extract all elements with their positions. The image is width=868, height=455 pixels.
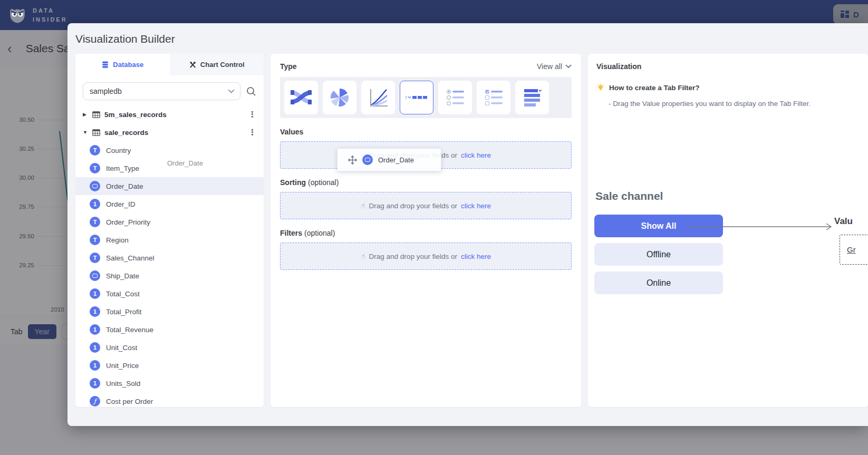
pie-chart-icon (329, 87, 350, 108)
text-type-icon: T (90, 235, 100, 245)
offline-button[interactable]: Offline (594, 243, 723, 266)
database-panel: Database Chart Control sampledb (75, 54, 264, 407)
tree-node-sale-records[interactable]: ▼ sale_records ⋮ (75, 123, 264, 141)
number-type-icon: 1 (90, 378, 100, 389)
click-here-link[interactable]: click here (461, 253, 491, 260)
chart-type-checkbox-list[interactable] (477, 81, 510, 114)
field-total-revenue[interactable]: 1 Total_Revenue (75, 321, 264, 338)
field-country[interactable]: T Country (75, 141, 264, 159)
field-tree: ▶ 5m_sales_records ⋮ ▼ (75, 105, 264, 407)
annotation-heading: Valu (834, 216, 853, 227)
dragging-field-chip[interactable]: Order_Date (337, 148, 441, 171)
checkbox-list-icon (484, 88, 504, 108)
field-label: Region (106, 236, 129, 244)
annotation-link[interactable]: Gr (847, 245, 856, 254)
field-label: Total_Cost (106, 290, 140, 298)
kebab-menu-icon[interactable]: ⋮ (248, 110, 256, 119)
field-unit-cost[interactable]: 1 Unit_Cost (75, 338, 264, 356)
view-all-button[interactable]: View all (537, 62, 572, 71)
field-total-profit[interactable]: 1 Total_Profit (75, 303, 264, 321)
number-type-icon: 1 (90, 199, 100, 209)
drag-chip-label: Order_Date (378, 156, 414, 164)
dropzone-text: Drag and drop your fields or (369, 253, 457, 260)
kebab-menu-icon[interactable]: ⋮ (248, 128, 256, 137)
line-chart-icon (368, 87, 389, 108)
field-label: Unit_Price (106, 362, 139, 370)
field-label: Cost per Order (106, 398, 153, 405)
chart-type-tab-filter[interactable]: T (400, 81, 433, 114)
dashboard-button-label: D (853, 10, 859, 19)
field-order-id[interactable]: 1 Order_ID (75, 195, 264, 213)
field-order-priority[interactable]: T Order_Priority (75, 213, 264, 231)
drag-ghost-label: Order_Date (167, 159, 203, 167)
click-here-link[interactable]: click here (461, 151, 491, 159)
field-cost-per-order[interactable]: ƒ Cost per Order (75, 392, 264, 407)
chart-type-pie[interactable] (323, 81, 356, 114)
values-section-label: Values (280, 128, 572, 136)
drag-hand-icon: ☝ (361, 201, 365, 210)
filters-section-label: Filters(optional) (280, 229, 572, 237)
field-label: Ship_Date (106, 272, 139, 280)
drag-hand-icon: ☝ (361, 252, 365, 260)
field-label: Order_Date (106, 182, 143, 190)
sorting-dropzone[interactable]: ☝ Drag and drop your fields or click her… (280, 192, 572, 219)
connector-arrow (688, 221, 836, 233)
field-label: Country (106, 147, 131, 154)
text-type-icon: T (90, 253, 100, 263)
field-label: Order_Priority (106, 218, 150, 226)
expanded-arrow-icon[interactable]: ▼ (83, 130, 88, 135)
number-type-icon: 1 (90, 306, 100, 317)
database-select-value: sampledb (90, 87, 122, 95)
field-label: Item_Type (106, 164, 139, 172)
field-sales-channel[interactable]: T Sales_Channel (75, 249, 264, 267)
field-unit-price[interactable]: 1 Unit_Price (75, 356, 264, 374)
database-select[interactable]: sampledb (83, 82, 240, 100)
tab-chart-control-label: Chart Control (200, 61, 245, 69)
database-icon (101, 61, 109, 69)
sorting-section-label: Sorting(optional) (280, 178, 572, 187)
tree-node-label: sale_records (104, 129, 148, 137)
owl-logo-icon (7, 5, 27, 25)
field-label: Sales_Channel (106, 254, 155, 262)
field-total-cost[interactable]: 1 Total_Cost (75, 285, 264, 303)
field-units-sold[interactable]: 1 Units_Sold (75, 374, 264, 392)
field-label: Unit_Cost (106, 344, 137, 352)
dashboard-icon (840, 9, 850, 19)
tab-chart-control[interactable]: Chart Control (170, 54, 264, 75)
data-rows-icon (522, 88, 542, 108)
text-type-icon: T (90, 145, 100, 156)
collapsed-arrow-icon[interactable]: ▶ (83, 112, 88, 117)
filters-dropzone[interactable]: ☝ Drag and drop your fields or click her… (280, 243, 572, 270)
online-button[interactable]: Online (594, 272, 723, 294)
widget-title: Sale channel (595, 190, 663, 202)
annotation-box: Gr (840, 235, 868, 265)
function-type-icon: ƒ (90, 396, 100, 406)
chart-type-radio-list[interactable] (438, 81, 472, 114)
table-icon (92, 111, 100, 118)
tab-database[interactable]: Database (75, 54, 170, 75)
date-type-icon (90, 270, 100, 281)
modal-title: Visualization Builder (67, 23, 868, 45)
tree-node-5m-sales-records[interactable]: ▶ 5m_sales_records ⋮ (75, 105, 264, 123)
click-here-link[interactable]: click here (461, 202, 491, 210)
number-type-icon: 1 (90, 324, 100, 335)
values-dropzone[interactable]: ☝ Drag and drop your fields or click her… (280, 141, 572, 169)
brand: DATA INSIDER (7, 5, 67, 25)
tab-database-label: Database (113, 61, 143, 69)
chart-type-data-rows[interactable] (515, 81, 549, 114)
field-region[interactable]: T Region (75, 231, 264, 249)
chart-type-sankey[interactable] (284, 81, 318, 114)
tip-title: How to create a Tab Filter? (609, 84, 700, 92)
dashboard-button[interactable]: D (833, 4, 868, 24)
search-icon[interactable] (246, 86, 256, 96)
field-order-date[interactable]: Order_Date (75, 177, 264, 195)
tab-filter-icon: T (405, 93, 428, 102)
number-type-icon: 1 (90, 288, 100, 299)
date-type-icon (90, 181, 100, 191)
field-label: Total_Revenue (106, 326, 153, 334)
field-label: Order_ID (106, 200, 136, 208)
brand-text: DATA INSIDER (33, 6, 67, 24)
field-label: Total_Profit (106, 308, 142, 316)
field-ship-date[interactable]: Ship_Date (75, 267, 264, 285)
chart-type-line[interactable] (361, 81, 395, 114)
